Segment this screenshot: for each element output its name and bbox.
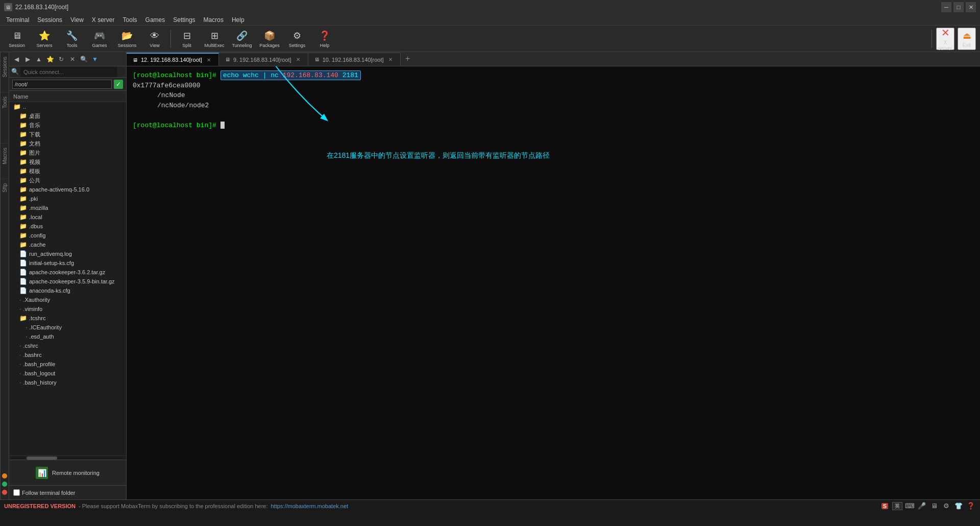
sidebar-item-site[interactable]: Sftp [1,179,9,197]
tree-item-dbus[interactable]: 📁 .dbus [9,222,126,231]
tree-item-templates[interactable]: 📁 模板 [9,166,126,176]
follow-terminal-checkbox-label[interactable]: Follow terminal folder [13,489,76,496]
horizontal-scrollbar-thumb[interactable] [27,457,57,460]
xserver-button[interactable]: ✕ X server [936,28,954,50]
tree-item-pictures[interactable]: 📁 图片 [9,148,126,157]
status-link[interactable]: https://mobaxterm.mobatek.net [271,503,349,509]
terminal-command-highlight: echo wchc | nc 192.168.83.140 2181 [220,70,361,80]
follow-terminal-checkbox[interactable] [13,489,20,496]
tree-item-viminfo[interactable]: · .viminfo [9,304,126,314]
tree-item-pki[interactable]: 📁 .pki [9,194,126,203]
menu-macros[interactable]: Macros [200,14,228,25]
toolbar-tunneling[interactable]: 🔗 Tunneling [229,28,255,50]
tree-item-esdauth[interactable]: · .esd_auth [9,332,126,341]
fp-up-btn[interactable]: ▲ [34,54,44,64]
help2-icon[interactable]: ❓ [966,501,976,511]
sidebar-item-tools[interactable]: Tools [1,92,9,112]
tree-item-tcshrc[interactable]: 📁 .tcshrc [9,314,126,323]
tshirt-icon[interactable]: 👕 [953,501,964,511]
monitor-icon[interactable]: 🖥 [929,501,939,511]
keyboard-icon[interactable]: ⌨ [904,501,915,511]
terminal-content[interactable]: [root@localhost bin]# echo wchc | nc 192… [127,66,980,499]
path-input[interactable] [12,80,112,89]
toolbar-help[interactable]: ❓ Help [312,28,337,50]
fp-back-btn[interactable]: ◀ [11,54,21,64]
toolbar-packages[interactable]: 📦 Packages [257,28,282,50]
menu-view[interactable]: View [66,14,88,25]
tree-item-videos[interactable]: 📁 视频 [9,157,126,166]
fp-settings-btn[interactable]: ▼ [90,54,100,64]
path-ok-button[interactable]: ✓ [114,80,123,89]
tab-12[interactable]: 🖥 12. 192.168.83.140[root] ✕ [127,53,219,66]
new-tab-button[interactable]: + [401,53,415,66]
menu-xserver[interactable]: X server [88,14,119,25]
menu-games[interactable]: Games [141,14,169,25]
tree-item-local[interactable]: 📁 .local [9,212,126,222]
menu-help[interactable]: Help [228,14,249,25]
maximize-button[interactable]: □ [953,2,964,12]
minimize-button[interactable]: ─ [941,2,951,12]
tree-item-zookeeper359[interactable]: 📄 apache-zookeeper-3.5.9-bin.tar.gz [9,277,126,286]
tab-9[interactable]: 🖥 9. 192.168.83.140[root] ✕ [219,53,308,66]
tree-item-xauthority[interactable]: · .Xauthority [9,295,126,304]
tree-item-music[interactable]: 📁 音乐 [9,121,126,130]
tab-12-close[interactable]: ✕ [205,56,212,63]
tree-item-iceauthority[interactable]: · .ICEauthority [9,323,126,332]
sidebar-item-macros[interactable]: Macros [1,143,9,169]
tab-9-close[interactable]: ✕ [295,56,302,63]
toolbar-separator-2 [932,30,932,48]
tree-item-runactivemq[interactable]: 📄 run_activemq.log [9,249,126,258]
tree-item-documents[interactable]: 📁 文档 [9,139,126,148]
toolbar-session[interactable]: 🖥 Session [4,28,30,50]
menu-terminal[interactable]: Terminal [2,14,33,25]
file-panel-scrollbar[interactable] [9,456,126,460]
toolbar-sessions[interactable]: 📂 Sessions [114,28,140,50]
tree-item-cache[interactable]: 📁 .cache [9,240,126,249]
tree-item-bashprofile[interactable]: · .bash_profile [9,360,126,369]
tree-item-parent[interactable]: 📁 .. [9,102,126,111]
help-icon: ❓ [318,30,331,42]
tree-item-cshrc[interactable]: · .cshrc [9,341,126,350]
fp-search-btn[interactable]: 🔍 [79,54,89,64]
tree-item-desktop[interactable]: 📁 桌面 [9,111,126,121]
tree-item-mozilla[interactable]: 📁 .mozilla [9,203,126,212]
toolbar-settings[interactable]: ⚙ Settings [284,28,310,50]
menu-sessions[interactable]: Sessions [33,14,66,25]
toolbar-split[interactable]: ⊟ Split [174,28,200,50]
toolbar-multiexec[interactable]: ⊞ MultiExec [202,28,227,50]
fp-refresh-btn[interactable]: ↻ [56,54,66,64]
tree-item-initialsetup[interactable]: 📄 initial-setup-ks.cfg [9,258,126,268]
toolbar-servers[interactable]: ⭐ Servers [32,28,57,50]
toolbar-games[interactable]: 🎮 Games [87,28,112,50]
toolbar-view[interactable]: 👁 View [142,28,167,50]
menu-tools[interactable]: Tools [119,14,141,25]
tree-item-downloads[interactable]: 📁 下载 [9,130,126,139]
fp-forward-btn[interactable]: ▶ [22,54,33,64]
tab-10[interactable]: 🖥 10. 192.168.83.140[root] ✕ [308,53,401,66]
tree-item-anaconda[interactable]: 📄 anaconda-ks.cfg [9,286,126,295]
exit-button[interactable]: ⏏ Exit [958,28,976,50]
tab-10-close[interactable]: ✕ [387,56,394,63]
tree-item-public[interactable]: 📁 公共 [9,176,126,185]
tree-item-config[interactable]: 📁 .config [9,231,126,240]
sidebar-item-sessions[interactable]: Sessions [1,52,9,82]
file-tree[interactable]: 📁 .. 📁 桌面 📁 音乐 📁 下载 📁 文档 [9,102,126,456]
session-icon: 🖥 [11,30,23,42]
fp-delete-btn[interactable]: ✕ [67,54,78,64]
fp-bookmark-btn[interactable]: ⭐ [45,54,55,64]
mic-icon[interactable]: 🎤 [917,501,927,511]
settings2-icon[interactable]: ⚙ [941,501,951,511]
quick-connect-input[interactable] [20,66,117,77]
close-button[interactable]: ✕ [966,2,976,12]
menu-settings[interactable]: Settings [169,14,199,25]
tree-item-bashhistory[interactable]: · .bash_history [9,378,126,387]
tree-item-bashlogout[interactable]: · .bash_logout [9,369,126,378]
terminal-line-command: [root@localhost bin]# echo wchc | nc 192… [133,70,974,81]
tree-item-activemq[interactable]: 📁 apache-activemq-5.16.0 [9,185,126,194]
tree-item-zookeeper362[interactable]: 📄 apache-zookeeper-3.6.2.tar.gz [9,268,126,277]
toolbar-split-label: Split [182,43,191,48]
tree-item-bashrc[interactable]: · .bashrc [9,350,126,360]
toolbar-servers-label: Servers [36,43,52,48]
tree-item-bashrc-label: .bashrc [23,352,41,358]
toolbar-tools[interactable]: 🔧 Tools [59,28,85,50]
